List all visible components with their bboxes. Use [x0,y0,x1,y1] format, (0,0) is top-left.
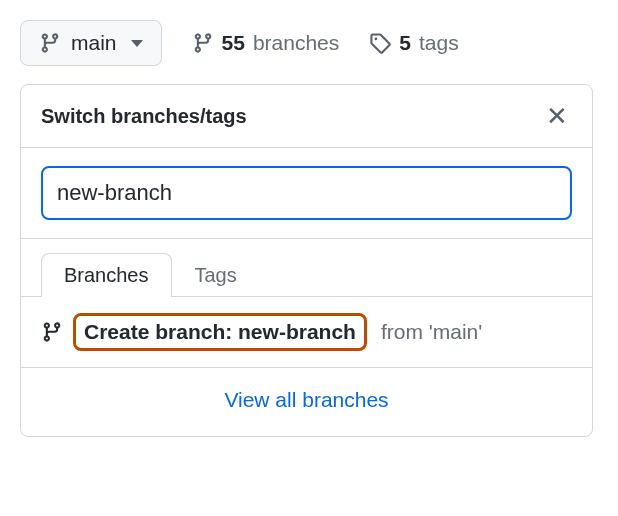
branch-switcher-popover: Switch branches/tags ✕ Branches Tags Cre… [20,84,593,437]
tabs: Branches Tags [21,239,592,297]
current-branch-label: main [71,31,117,55]
popover-header: Switch branches/tags ✕ [21,85,592,148]
view-all-container: View all branches [21,368,592,436]
tab-branches[interactable]: Branches [41,253,172,297]
create-branch-row[interactable]: Create branch: new-branch from 'main' [21,297,592,368]
close-icon: ✕ [546,103,568,129]
git-branch-icon [39,32,61,54]
create-prefix: Create branch: [84,320,238,343]
branch-search-input[interactable] [41,166,572,220]
branches-link[interactable]: 55 branches [192,31,340,55]
git-branch-icon [41,321,63,343]
tags-link[interactable]: 5 tags [369,31,458,55]
tags-count: 5 [399,31,411,55]
git-branch-icon [192,32,214,54]
tag-icon [369,32,391,54]
create-branch-highlight: Create branch: new-branch [73,313,367,351]
from-text: from 'main' [381,320,482,344]
view-all-branches-link[interactable]: View all branches [224,388,388,411]
caret-down-icon [131,40,143,47]
branches-count: 55 [222,31,245,55]
popover-title: Switch branches/tags [41,105,247,128]
create-branch-name: new-branch [238,320,356,343]
tags-label: tags [419,31,459,55]
repo-toolbar: main 55 branches 5 tags [20,20,598,66]
branch-selector-button[interactable]: main [20,20,162,66]
tab-tags[interactable]: Tags [172,253,260,297]
close-button[interactable]: ✕ [542,99,572,133]
input-container [21,148,592,239]
branches-label: branches [253,31,339,55]
